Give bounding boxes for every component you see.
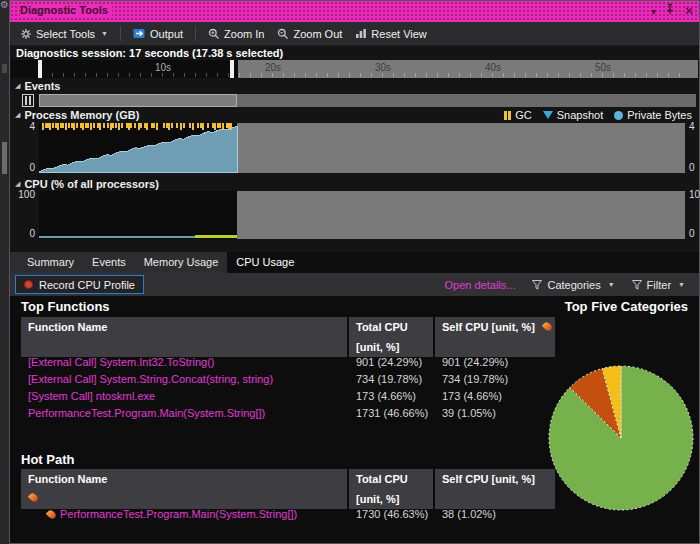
zoom-in-button[interactable]: Zoom In [204, 26, 268, 42]
ruler-tick [448, 73, 449, 77]
ruler-tick-label: 10s [155, 62, 171, 73]
legend-label: Private Bytes [627, 109, 692, 121]
chevron-down-icon: ▼ [101, 30, 108, 37]
scrollbar-thumb[interactable] [2, 142, 7, 174]
expander-icon[interactable]: ◢ [15, 111, 20, 119]
function-name-cell[interactable]: [System Call] ntoskrnl.exe [21, 388, 347, 405]
table-row[interactable]: [External Call] System.String.Concat(str… [21, 371, 551, 388]
top-functions-table: Function Name Total CPU [unit, %] Self C… [21, 317, 551, 422]
cpu-section-header[interactable]: ◢ CPU (% of all processors) [15, 178, 159, 190]
title-bar[interactable]: Diagnostic Tools ▾ ✕ [10, 1, 699, 22]
expander-icon[interactable]: ◢ [15, 180, 20, 188]
ruler-tick [481, 73, 482, 77]
tab-summary[interactable]: Summary [18, 252, 83, 273]
zoom-in-label: Zoom In [224, 28, 264, 40]
function-name-link[interactable]: PerformanceTest.Program.Main(System.Stri… [28, 405, 265, 422]
self-cpu-cell: 734 (19.78%) [435, 371, 555, 388]
memory-section-title: Process Memory (GB) [24, 109, 139, 121]
column-header-self-cpu[interactable]: Self CPU [unit, %] [435, 317, 555, 357]
output-button[interactable]: Output [129, 26, 187, 42]
memory-chart[interactable] [39, 123, 685, 173]
table-row[interactable]: PerformanceTest.Program.Main(System.Stri… [21, 405, 551, 422]
ide-edge-strip: ⚙ [0, 0, 9, 544]
events-section-header[interactable]: ◢ Events [15, 80, 60, 92]
function-name-cell[interactable]: [External Call] System.String.Concat(str… [21, 371, 347, 388]
categories-label: Categories [547, 279, 600, 291]
filter-label: Filter [647, 279, 671, 291]
selection-handle-left[interactable] [38, 60, 42, 78]
events-section-title: Events [24, 80, 60, 92]
column-header-function-name[interactable]: Function Name [21, 469, 347, 509]
window-position-menu-icon[interactable]: ▾ [651, 1, 656, 22]
tab-events[interactable]: Events [83, 252, 135, 273]
cpu-chart[interactable] [39, 191, 685, 239]
ruler-tick [404, 73, 405, 77]
ruler-tick [228, 73, 229, 77]
open-details-link[interactable]: Open details... [445, 279, 516, 291]
total-cpu-cell: 1731 (46.66%) [349, 405, 433, 422]
total-cpu-cell: 173 (4.66%) [349, 388, 433, 405]
memory-legend: GC Snapshot Private Bytes [504, 109, 692, 121]
ruler-tick [195, 73, 196, 77]
selection-handle-right[interactable] [230, 60, 234, 78]
select-tools-button[interactable]: Select Tools ▼ [16, 26, 112, 42]
events-lane-selected[interactable] [39, 94, 237, 107]
output-icon [133, 28, 146, 39]
ruler-tick [525, 73, 526, 77]
column-header-total-cpu[interactable]: Total CPU [unit, %] [349, 469, 433, 509]
chevron-down-icon: ▼ [678, 281, 685, 288]
filter-dropdown[interactable]: Filter ▼ [632, 279, 685, 291]
memory-y-max-right: 4 [689, 121, 695, 132]
column-header-total-cpu[interactable]: Total CPU [unit, %] [349, 317, 433, 357]
total-cpu-cell: 734 (19.78%) [349, 371, 433, 388]
ruler-tick [580, 73, 581, 77]
ruler-tick [338, 73, 339, 77]
ruler-tick [74, 73, 75, 77]
ruler-tick [558, 73, 559, 77]
events-lane-rest[interactable] [237, 94, 696, 107]
pin-icon[interactable] [665, 1, 675, 22]
output-label: Output [150, 28, 183, 40]
ruler-tick [602, 73, 603, 77]
tab-memory-usage[interactable]: Memory Usage [135, 252, 228, 273]
ruler-tick [162, 73, 163, 77]
ruler-tick [437, 73, 438, 77]
top-functions-heading: Top Functions [21, 299, 110, 314]
function-name-link[interactable]: [External Call] System.String.Concat(str… [28, 371, 273, 388]
hot-path-flame-icon [46, 509, 57, 520]
ruler-tick [52, 73, 53, 77]
gear-icon[interactable]: ⚙ [0, 0, 9, 10]
function-name-link[interactable]: [System Call] ntoskrnl.exe [28, 388, 155, 405]
tab-cpu-usage[interactable]: CPU Usage [227, 252, 303, 273]
memory-section-header[interactable]: ◢ Process Memory (GB) [15, 109, 139, 121]
timeline-ruler[interactable]: 10s20s30s40s50s [11, 60, 698, 78]
zoom-out-button[interactable]: Zoom Out [273, 26, 346, 42]
table-row[interactable]: [System Call] ntoskrnl.exe173 (4.66%)173… [21, 388, 551, 405]
ruler-tick [294, 73, 295, 77]
ruler-tick-label: 40s [485, 62, 501, 73]
record-cpu-profile-label: Record CPU Profile [39, 279, 135, 291]
close-icon[interactable]: ✕ [684, 1, 694, 22]
expander-icon[interactable]: ◢ [15, 82, 20, 90]
ruler-tick [382, 73, 383, 77]
function-name-cell[interactable]: PerformanceTest.Program.Main(System.Stri… [21, 405, 347, 422]
zoom-out-label: Zoom Out [293, 28, 342, 40]
self-cpu-cell: 39 (1.05%) [435, 405, 555, 422]
column-header-function-name[interactable]: Function Name [21, 317, 347, 357]
ruler-tick [360, 73, 361, 77]
column-header-self-cpu[interactable]: Self CPU [unit, %] [435, 469, 555, 509]
legend-item-gc: GC [504, 109, 532, 121]
timeline-unrecorded-region [238, 60, 698, 78]
ruler-tick [261, 73, 262, 77]
memory-y-min-right: 0 [689, 162, 695, 173]
ruler-tick [503, 73, 504, 77]
categories-dropdown[interactable]: Categories ▼ [532, 279, 614, 291]
ruler-tick [470, 73, 471, 77]
reset-view-button[interactable]: Reset View [351, 26, 430, 42]
ruler-tick [272, 73, 273, 77]
cpu-y-min-left: 0 [13, 228, 35, 239]
record-cpu-profile-button[interactable]: Record CPU Profile [15, 275, 144, 294]
tab-strip-pad [10, 252, 18, 273]
zoom-in-icon [208, 28, 220, 40]
ruler-tick [85, 73, 86, 77]
